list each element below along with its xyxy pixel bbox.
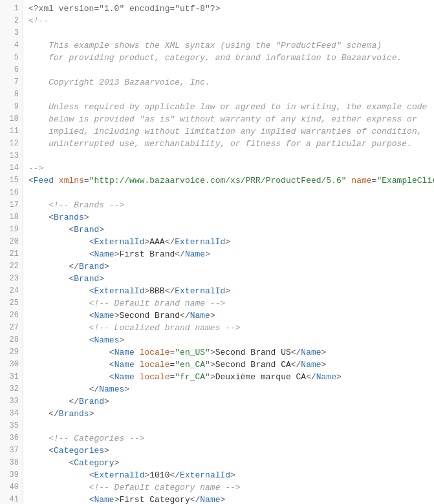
line-number: 37	[0, 445, 23, 457]
line-number: 31	[0, 371, 23, 383]
line-number: 13	[0, 150, 23, 162]
code-line: <Brand>	[28, 224, 434, 236]
code-line: <Name>Second Brand</Name>	[28, 310, 434, 322]
line-number: 11	[0, 125, 23, 138]
line-number: 25	[0, 297, 23, 310]
code-line: <Name locale="en_US">Second Brand US</Na…	[28, 346, 434, 359]
line-number: 40	[0, 481, 23, 494]
code-line: <Name locale="fr_CA">Deuxième marque CA<…	[28, 371, 434, 383]
line-number: 41	[0, 494, 23, 504]
code-line: <Name>First Category</Name>	[28, 494, 434, 504]
code-line: <Feed xmlns="http://www.bazaarvoice.com/…	[28, 174, 434, 187]
line-number: 4	[0, 39, 23, 52]
line-number: 23	[0, 273, 23, 285]
line-number: 9	[0, 101, 23, 113]
line-number: 15	[0, 174, 23, 187]
code-line: </Brand>	[28, 260, 434, 273]
code-line: Copyright 2013 Bazaarvoice, Inc.	[28, 76, 434, 89]
line-number: 18	[0, 211, 23, 224]
line-number: 27	[0, 322, 23, 334]
code-line: </Brand>	[28, 395, 434, 408]
code-line: <Brand>	[28, 273, 434, 285]
code-line: <Categories>	[28, 445, 434, 457]
line-number: 32	[0, 383, 23, 395]
line-number: 30	[0, 359, 23, 371]
code-line: <Brands>	[28, 211, 434, 224]
code-line	[28, 420, 434, 432]
line-number: 24	[0, 285, 23, 297]
code-line: -->	[28, 162, 434, 174]
code-line: <!-- Localized brand names -->	[28, 322, 434, 334]
code-line: <Names>	[28, 334, 434, 346]
code-line: <ExternalId>AAA</ExternalId>	[28, 236, 434, 248]
code-line	[28, 187, 434, 199]
line-number: 5	[0, 52, 23, 64]
code-line: <!-- Categories -->	[28, 432, 434, 445]
line-number: 26	[0, 310, 23, 322]
line-number: 28	[0, 334, 23, 346]
line-number: 21	[0, 248, 23, 260]
line-number: 14	[0, 162, 23, 174]
code-line: <Category>	[28, 457, 434, 469]
line-number: 34	[0, 408, 23, 420]
line-number: 36	[0, 432, 23, 445]
line-number: 6	[0, 64, 23, 76]
code-line	[28, 64, 434, 76]
line-number: 10	[0, 113, 23, 125]
code-line: <ExternalId>1010</ExternalId>	[28, 469, 434, 481]
code-line: Unless required by applicable law or agr…	[28, 101, 434, 113]
line-number: 17	[0, 199, 23, 211]
code-line: <Name>First Brand</Name>	[28, 248, 434, 260]
code-line: implied, including without limitation an…	[28, 125, 434, 138]
line-number: 19	[0, 224, 23, 236]
code-line: <!-- Brands -->	[28, 199, 434, 211]
line-number: 22	[0, 260, 23, 273]
code-line: for providing product, category, and bra…	[28, 52, 434, 64]
code-line: below is provided "as is" without warran…	[28, 113, 434, 125]
code-line: This example shows the XML syntax (using…	[28, 39, 434, 52]
line-number: 16	[0, 187, 23, 199]
code-line: <ExternalId>BBB</ExternalId>	[28, 285, 434, 297]
code-editor: 1234567891011121314151617181920212223242…	[0, 0, 434, 504]
line-number: 1	[0, 3, 23, 15]
code-line: </Brands>	[28, 408, 434, 420]
line-number: 38	[0, 457, 23, 469]
line-number: 20	[0, 236, 23, 248]
code-line: <?xml version="1.0" encoding="utf-8"?>	[28, 3, 434, 15]
line-number: 12	[0, 138, 23, 150]
line-number: 8	[0, 89, 23, 101]
line-number: 3	[0, 27, 23, 39]
line-number: 2	[0, 15, 23, 27]
code-line: uninterrupted use, merchantability, or f…	[28, 138, 434, 150]
code-line	[28, 89, 434, 101]
code-line: </Names>	[28, 383, 434, 395]
line-numbers: 1234567891011121314151617181920212223242…	[0, 0, 23, 504]
code-line: <Name locale="en_CA">Second Brand CA</Na…	[28, 359, 434, 371]
code-line: <!-- Default category name -->	[28, 481, 434, 494]
code-line	[28, 27, 434, 39]
code-line: <!-- Default brand name -->	[28, 297, 434, 310]
line-number: 35	[0, 420, 23, 432]
line-number: 39	[0, 469, 23, 481]
code-line	[28, 150, 434, 162]
code-line: <!--	[28, 15, 434, 27]
line-number: 33	[0, 395, 23, 408]
line-number: 29	[0, 346, 23, 359]
code-content[interactable]: <?xml version="1.0" encoding="utf-8"?><!…	[23, 0, 434, 504]
line-number: 7	[0, 76, 23, 89]
